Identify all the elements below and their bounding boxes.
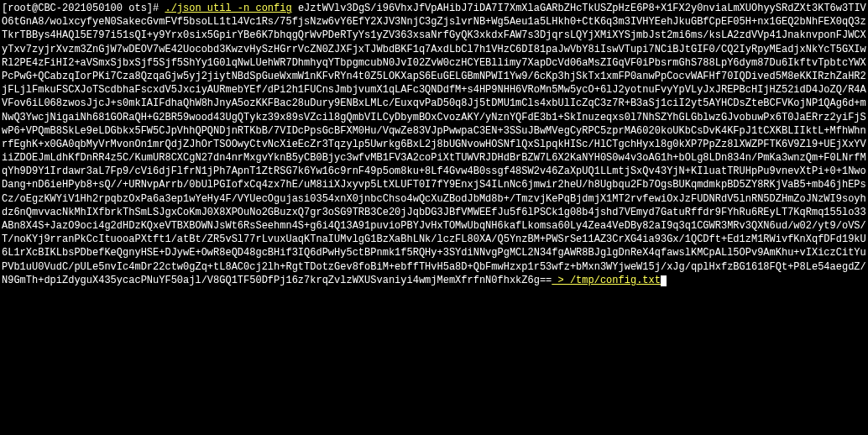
user-host: root@CBC-2021050100 ots [8,3,147,14]
cursor [661,275,667,286]
redirect-text[interactable]: > /tmp/config.txt [552,275,661,286]
terminal-output: [root@CBC-2021050100 ots]# ./json_util -… [2,2,866,287]
base64-output: eJztWVlv3DgS/i96VhxJfVpAHibJ7iDA7I7XmXla… [2,3,866,286]
shell-prompt: [root@CBC-2021050100 ots]# [2,3,165,14]
command-text[interactable]: ./json_util -n config [165,3,291,14]
bracket-close: ]# [147,3,165,14]
